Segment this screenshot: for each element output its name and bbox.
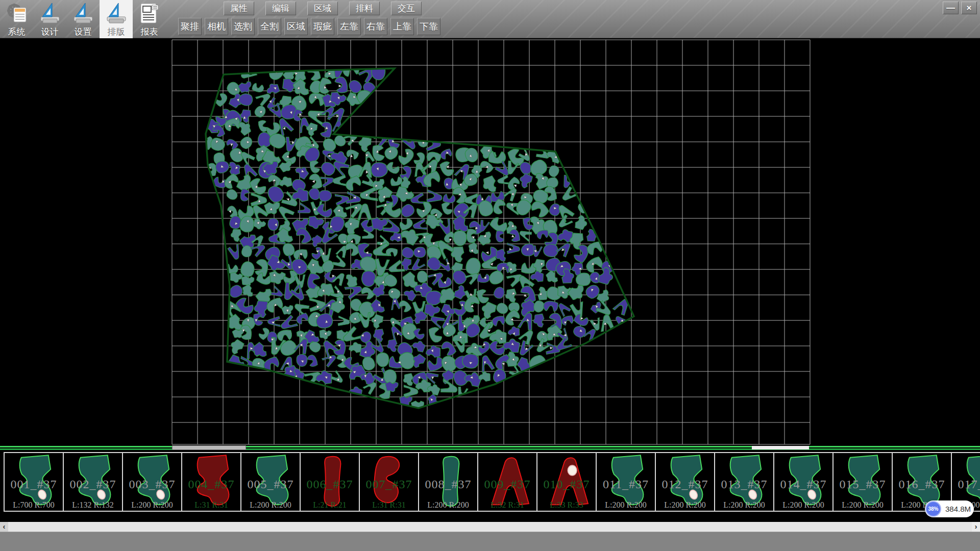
piece-name: 006_#37 [301,478,359,491]
app-launcher: 系统设计设置排版报表 [0,0,166,38]
piece-name: 001_#37 [5,478,63,491]
toolbar: 系统设计设置排版报表 属性编辑区域排料交互 聚排相机选割全割区域瑕疵左靠右靠上靠… [0,0,980,38]
piece-thumbnail-003_#37[interactable]: 003_#37L:200 R:200 [123,453,182,511]
piece-name: 008_#37 [419,478,477,491]
tool-button-4[interactable]: 全割 [258,18,281,35]
piece-name: 007_#37 [360,478,418,491]
piece-thumbnail-013_#37[interactable]: 013_#37L:200 R:200 [715,453,774,511]
piece-lr-count: L:132 R:132 [64,500,122,510]
piece-name: 002_#37 [64,478,122,491]
piece-thumbnail-001_#37[interactable]: 001_#37L:700 R:700 [5,453,64,511]
piece-lr-count: L:32 R:31 [478,500,536,510]
canvas-grid [172,40,810,444]
scroll-right-arrow-icon[interactable]: › [972,522,980,532]
app-label: 设置 [75,26,92,38]
tool-button-9[interactable]: 上靠 [390,18,414,35]
piece-thumbnail-008_#37[interactable]: 008_#37L:200 R:200 [419,453,478,511]
piece-thumbnail-strip: 001_#37L:700 R:700002_#37L:132 R:132003_… [0,451,980,522]
menu-tab-3[interactable]: 区域 [307,2,338,15]
piece-lr-count: L:200 R:200 [419,500,477,510]
piece-lr-count: L:200 R:200 [656,500,714,510]
piece-thumbnail-004_#37[interactable]: 004_#37L:31 R:31 [182,453,241,511]
tool-button-10[interactable]: 下靠 [417,18,440,35]
piece-name: 016_#37 [893,478,951,491]
piece-name: 004_#37 [182,478,240,491]
memory-value: 384.8M [945,500,971,517]
piece-lr-count: L:200 R:200 [597,500,655,510]
piece-name: 015_#37 [834,478,892,491]
nesting-canvas-svg[interactable] [0,38,980,445]
piece-thumbnail-012_#37[interactable]: 012_#37L:200 R:200 [656,453,715,511]
tool-button-8[interactable]: 右靠 [364,18,387,35]
app-label: 系统 [8,26,26,38]
app-label: 报表 [141,26,158,38]
app-button-design[interactable]: 设计 [33,0,66,38]
menu-tab-2[interactable]: 编辑 [265,2,296,15]
piece-lr-count: L:31 R:31 [182,500,240,510]
piece-thumbnail-015_#37[interactable]: 015_#37L:200 R:200 [834,453,893,511]
piece-thumbnail-002_#37[interactable]: 002_#37L:132 R:132 [64,453,123,511]
piece-name: 013_#37 [715,478,773,491]
tool-button-3[interactable]: 选割 [231,18,255,35]
app-button-settings[interactable]: 设置 [66,0,100,38]
tool-button-1[interactable]: 聚排 [178,18,202,35]
piece-lr-count: L:31 R:31 [360,500,418,510]
tool-button-7[interactable]: 左靠 [337,18,361,35]
report-icon [138,2,161,25]
menu-tab-row: 属性编辑区域排料交互 [224,2,422,15]
canvas-hscroll-thumb[interactable] [172,445,246,450]
piece-name: 017_#37 [952,478,980,491]
application-window: 系统设计设置排版报表 属性编辑区域排料交互 聚排相机选割全割区域瑕疵左靠右靠上靠… [0,0,980,551]
piece-thumbnail-row: 001_#37L:700 R:700002_#37L:132 R:132003_… [4,452,980,512]
piece-thumbnail-009_#37[interactable]: 009_#37L:32 R:31 [478,453,537,511]
piece-name: 014_#37 [774,478,832,491]
tool-button-2[interactable]: 相机 [205,18,228,35]
close-button[interactable]: × [961,2,977,14]
menu-tab-1[interactable]: 属性 [224,2,254,15]
layout-icon [105,2,128,25]
app-button-report[interactable]: 报表 [133,0,166,38]
piece-thumbnail-010_#37[interactable]: 010_#37L:33 R:33 [537,453,597,511]
piece-thumbnail-007_#37[interactable]: 007_#37L:31 R:31 [360,453,419,511]
piece-name: 011_#37 [597,478,655,491]
nested-pieces[interactable] [201,63,632,411]
app-button-layout[interactable]: 排版 [100,0,133,38]
strip-border-line-bright [0,446,980,447]
piece-lr-count: L:700 R:700 [5,500,63,510]
piece-name: 005_#37 [241,478,300,491]
design-icon [38,2,62,25]
piece-name: 009_#37 [478,478,536,491]
system-icon [5,2,29,25]
scrollbar-track[interactable] [8,522,972,532]
piece-thumbnail-005_#37[interactable]: 005_#37L:200 R:200 [241,453,301,511]
piece-thumbnail-011_#37[interactable]: 011_#37L:200 R:200 [597,453,656,511]
piece-thumbnail-006_#37[interactable]: 006_#37L:21 R:21 [301,453,360,511]
menu-tab-5[interactable]: 交互 [391,2,422,15]
status-bar [0,532,980,551]
piece-name: 003_#37 [123,478,181,491]
nesting-canvas[interactable] [0,38,980,445]
piece-thumbnail-014_#37[interactable]: 014_#37L:200 R:200 [774,453,834,511]
piece-lr-count: L:21 R:21 [301,500,359,510]
piece-lr-count: L:200 R:200 [123,500,181,510]
tool-button-5[interactable]: 区域 [284,18,308,35]
piece-name: 012_#37 [656,478,714,491]
app-label: 设计 [41,26,59,38]
settings-icon [71,2,95,25]
minimize-button[interactable]: — [943,2,959,14]
menu-tab-4[interactable]: 排料 [349,2,380,15]
canvas-hscroll-end[interactable] [752,446,809,449]
app-button-system[interactable]: 系统 [0,0,33,38]
memory-status-badge: 38% 384.8M [925,500,974,517]
piece-lr-count: L:200 R:200 [834,500,892,510]
progress-ring[interactable]: 38% [925,501,941,517]
strip-border-line-dark [0,448,980,450]
tool-button-6[interactable]: 瑕疵 [311,18,334,35]
scroll-left-arrow-icon[interactable]: ‹ [0,522,8,532]
horizontal-scrollbar[interactable]: ‹ › [0,522,980,532]
piece-lr-count: L:200 R:200 [715,500,773,510]
piece-lr-count: L:200 R:200 [774,500,832,510]
piece-lr-count: L:33 R:33 [537,500,596,510]
piece-lr-count: L:200 R:200 [241,500,300,510]
tool-button-row: 聚排相机选割全割区域瑕疵左靠右靠上靠下靠 [178,18,440,35]
